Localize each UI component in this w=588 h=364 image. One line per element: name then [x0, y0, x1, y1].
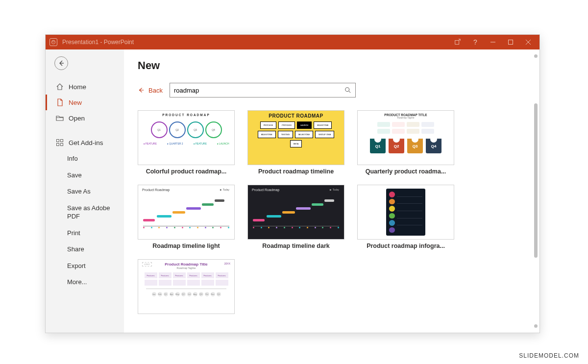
back-button[interactable]: [54, 56, 68, 70]
backstage-sidebar: Home New Open: [46, 49, 124, 333]
template-label: Colorful product roadmap...: [138, 168, 235, 175]
back-label: Back: [148, 87, 163, 94]
nav-print[interactable]: Print: [46, 225, 124, 242]
help-icon[interactable]: ?: [472, 39, 479, 46]
svg-rect-10: [57, 144, 59, 146]
template-card[interactable]: PRODUCT ROADMAP Q1 Q2 Q3 Q4 ● FEATURE● Q…: [138, 110, 235, 175]
window-title: Presentation1 - PowerPoint: [62, 39, 134, 46]
content-area: New Back PRODUCT ROADMAP: [124, 49, 539, 333]
svg-rect-1: [53, 41, 54, 42]
template-card[interactable]: PRODUCT ROADMAP PROCESSPROCESSLAUNCH MIL…: [247, 110, 344, 175]
template-label: Quarterly product roadma...: [357, 168, 454, 175]
template-label: Product roadmap infogra...: [357, 243, 454, 249]
svg-line-13: [349, 91, 351, 93]
nav-save-adobe-pdf[interactable]: Save as Adobe PDF: [46, 200, 124, 225]
nav-open[interactable]: Open: [46, 110, 124, 126]
search-icon[interactable]: [344, 87, 351, 94]
app-window: Presentation1 - PowerPoint ?: [45, 34, 540, 333]
scroll-up-icon[interactable]: [534, 54, 538, 58]
svg-rect-4: [509, 40, 513, 45]
app-icon: [49, 38, 57, 46]
maximize-button[interactable]: [507, 39, 514, 46]
template-label: Roadmap timeline dark: [247, 243, 344, 249]
template-card[interactable]: Product roadmap infogra...: [357, 185, 454, 249]
scroll-thumb[interactable]: [534, 103, 538, 258]
svg-rect-11: [61, 144, 63, 146]
template-thumbnail: LOGO 20XX Product Roadmap Title Roadmap …: [138, 259, 235, 314]
template-card[interactable]: LOGO 20XX Product Roadmap Title Roadmap …: [138, 259, 235, 317]
template-thumbnail: PRODUCT ROADMAP Q1 Q2 Q3 Q4 ● FEATURE● Q…: [138, 110, 235, 165]
svg-rect-8: [57, 140, 59, 142]
search-back-button[interactable]: Back: [138, 87, 163, 94]
template-card[interactable]: Product Roadmap ▶ Today: [247, 185, 344, 249]
template-thumbnail: Product Roadmap ▶ Today: [138, 185, 235, 240]
page-title: New: [138, 59, 526, 72]
nav-share[interactable]: Share: [46, 241, 124, 258]
template-label: Product roadmap timeline: [247, 168, 344, 175]
template-card[interactable]: Product Roadmap ▶ Today: [138, 185, 235, 249]
minimize-button[interactable]: [490, 39, 496, 46]
home-icon: [56, 83, 64, 91]
scrollbar[interactable]: [534, 54, 538, 328]
template-card[interactable]: PRODUCT ROADMAP TITLE Roadmap Tagline Q1…: [357, 110, 454, 175]
folder-icon: [56, 114, 64, 122]
svg-point-12: [345, 88, 349, 92]
nav-label: Home: [69, 83, 86, 91]
share-icon[interactable]: [454, 39, 461, 46]
titlebar: Presentation1 - PowerPoint ?: [46, 35, 539, 49]
close-button[interactable]: [525, 39, 532, 46]
template-thumbnail: Product Roadmap ▶ Today: [247, 185, 344, 240]
template-thumbnail: PRODUCT ROADMAP TITLE Roadmap Tagline Q1…: [357, 110, 454, 165]
grid-icon: [56, 139, 64, 146]
template-results: PRODUCT ROADMAP Q1 Q2 Q3 Q4 ● FEATURE● Q…: [138, 110, 526, 317]
nav-label: New: [69, 99, 82, 106]
nav-new[interactable]: New: [46, 95, 124, 110]
search-input[interactable]: [174, 87, 344, 94]
nav-export[interactable]: Export: [46, 258, 124, 274]
page-icon: [56, 98, 64, 106]
nav-save-as[interactable]: Save As: [46, 183, 124, 200]
nav-more[interactable]: More...: [46, 274, 124, 291]
nav-info[interactable]: Info: [46, 150, 124, 167]
nav-get-addins[interactable]: Get Add-ins: [46, 135, 124, 150]
watermark: SLIDEMODEL.COM: [519, 352, 579, 359]
nav-label: Get Add-ins: [69, 139, 103, 146]
nav-save[interactable]: Save: [46, 167, 124, 184]
nav-label: Open: [69, 115, 85, 122]
search-box[interactable]: [170, 83, 356, 97]
template-thumbnail: [357, 185, 454, 240]
svg-rect-2: [455, 41, 459, 45]
template-thumbnail: PRODUCT ROADMAP PROCESSPROCESSLAUNCH MIL…: [247, 110, 344, 165]
svg-rect-9: [61, 140, 63, 142]
nav-home[interactable]: Home: [46, 79, 124, 95]
scroll-down-icon[interactable]: [534, 324, 538, 328]
template-label: Roadmap timeline light: [138, 243, 235, 249]
